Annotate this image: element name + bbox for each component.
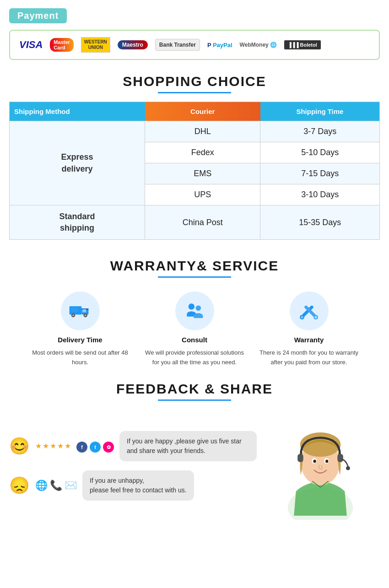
svg-point-6 [85, 314, 86, 316]
happy-emoji: 😊 [9, 437, 30, 456]
dhl-courier: DHL [145, 121, 260, 142]
feedback-content: 😊 ★ ★ ★ ★ ★ f t ✿ If y [9, 410, 380, 522]
payment-badge: Payment [9, 8, 67, 23]
consult-desc: We will provide professional solutions f… [142, 348, 247, 367]
delivery-time-title: Delivery Time [58, 336, 102, 344]
warranty-title: WARRANTY& SERVICE [9, 258, 380, 274]
consult-icon-circle [175, 291, 214, 330]
consult-icon [183, 300, 206, 323]
truck-icon [69, 300, 92, 323]
flickr-icon[interactable]: ✿ [103, 442, 114, 453]
warranty-desc: There is 24 month for you to warranty af… [256, 348, 362, 367]
mastercard-logo: MasterCard [50, 38, 73, 52]
feedback-title: FEEDBACK & SHARE [9, 381, 380, 397]
svg-rect-8 [70, 307, 78, 312]
customer-service-illustration [265, 410, 375, 520]
consult-title: Consult [182, 336, 207, 344]
paypal-logo: P PayPal [207, 42, 232, 49]
svg-point-20 [300, 432, 341, 457]
wrench-icon [297, 300, 320, 323]
feedback-left: 😊 ★ ★ ★ ★ ★ f t ✿ If y [9, 431, 261, 501]
star-2: ★ [43, 442, 49, 450]
ems-time: 7-15 Days [260, 163, 380, 184]
shipping-table: Shipping Method Courier Shipping Time Ex… [9, 102, 380, 240]
unhappy-emoji: 😞 [9, 476, 30, 495]
table-row: Expressdelivery DHL 3-7 Days [10, 121, 380, 142]
shopping-title-underline [158, 92, 231, 93]
svg-point-16 [315, 316, 317, 318]
twitter-icon[interactable]: t [90, 442, 101, 453]
warranty-item-consult: Consult We will provide professional sol… [142, 291, 247, 367]
feedback-unhappy-row: 😞 🌐 📞 ✉️ If you are unhappy,please feel … [9, 470, 261, 501]
feedback-right [261, 410, 380, 522]
svg-point-23 [313, 459, 316, 463]
th-courier: Courier [145, 102, 260, 121]
feedback-happy-icons: ★ ★ ★ ★ ★ f t ✿ [35, 439, 114, 453]
fedex-time: 5-10 Days [260, 142, 380, 163]
shopping-section: SHOPPING CHOICE Shipping Method Courier … [0, 65, 389, 244]
star-5: ★ [65, 442, 71, 450]
feedback-unhappy-icons: 🌐 📞 ✉️ [35, 480, 77, 491]
warranty-section: WARRANTY& SERVICE [0, 244, 389, 372]
table-row: Standardshipping China Post 15-35 Days [10, 205, 380, 240]
svg-point-13 [301, 316, 303, 318]
star-3: ★ [50, 442, 56, 450]
svg-rect-26 [337, 454, 343, 462]
visa-logo: VISA [19, 39, 43, 51]
th-shipping-time: Shipping Time [260, 102, 380, 121]
shopping-title: SHOPPING CHOICE [9, 74, 380, 89]
bank-transfer-logo: Bank Transfer [155, 39, 200, 51]
feedback-happy-row: 😊 ★ ★ ★ ★ ★ f t ✿ If y [9, 431, 261, 461]
th-shipping-method: Shipping Method [10, 102, 145, 121]
unhappy-bubble: If you are unhappy,please feel free to c… [82, 470, 194, 501]
warranty-title-label: Warranty [294, 336, 324, 344]
standard-shipping-method: Standardshipping [10, 205, 145, 240]
express-delivery-method: Expressdelivery [10, 121, 145, 205]
warranty-title-underline [158, 276, 231, 278]
ups-time: 3-10 Days [260, 184, 380, 205]
svg-rect-25 [297, 454, 303, 462]
svg-point-4 [72, 314, 74, 316]
delivery-icon-circle [61, 291, 100, 330]
ems-courier: EMS [145, 163, 260, 184]
warranty-item-delivery: Delivery Time Most orders will be send o… [27, 291, 133, 367]
fedex-courier: Fedex [145, 142, 260, 163]
webmoney-logo: WebMoney 🌐 [240, 42, 277, 48]
chinapost-time: 15-35 Days [260, 205, 380, 240]
western-union-logo: WESTERNUNION [81, 37, 110, 53]
star-1: ★ [35, 442, 42, 450]
ups-courier: UPS [145, 184, 260, 205]
delivery-time-desc: Most orders will be send out after 48 ho… [27, 348, 133, 367]
happy-bubble: If you are happy ,please give us five st… [119, 431, 257, 461]
svg-rect-7 [82, 309, 86, 313]
warranty-item-warranty: Warranty There is 24 month for you to wa… [256, 291, 362, 367]
svg-point-10 [196, 305, 201, 311]
facebook-icon[interactable]: f [76, 442, 87, 453]
feedback-title-underline [158, 399, 231, 401]
boletol-logo: ▐▐▐ Boletol [284, 40, 321, 49]
payment-section: Payment VISA MasterCard WESTERNUNION Mae… [0, 0, 389, 65]
maestro-logo: Maestro [118, 40, 148, 49]
warranty-icon-circle [290, 291, 329, 330]
payment-logos-box: VISA MasterCard WESTERNUNION Maestro Ban… [9, 30, 380, 60]
chinapost-courier: China Post [145, 205, 260, 240]
svg-point-24 [325, 459, 328, 463]
feedback-section: FEEDBACK & SHARE 😊 ★ ★ ★ ★ ★ f [0, 372, 389, 526]
svg-point-27 [346, 466, 350, 470]
dhl-time: 3-7 Days [260, 121, 380, 142]
star-4: ★ [57, 442, 64, 450]
svg-point-9 [189, 303, 194, 309]
warranty-icons-row: Delivery Time Most orders will be send o… [9, 291, 380, 367]
star-rating: ★ ★ ★ ★ ★ [35, 442, 71, 450]
